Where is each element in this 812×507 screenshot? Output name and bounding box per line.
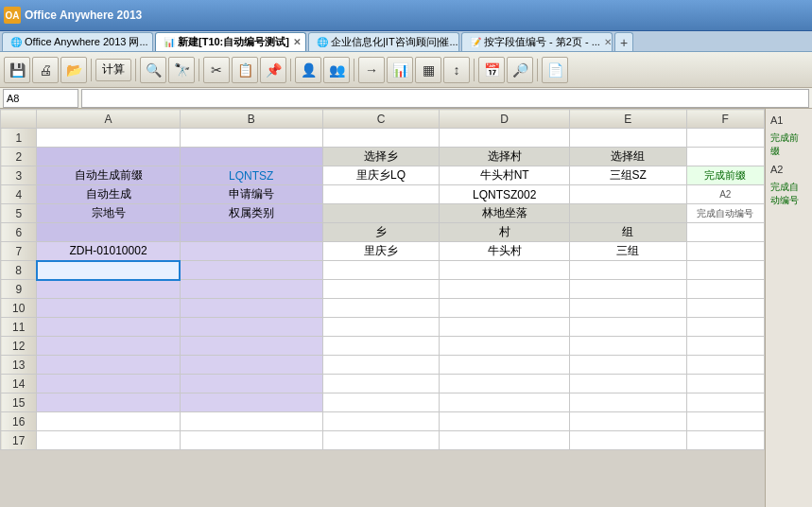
cell-f14[interactable] (686, 375, 764, 393)
cell-e10[interactable] (569, 299, 686, 318)
cell-d12[interactable] (440, 337, 569, 356)
cell-e1[interactable] (569, 129, 686, 148)
cell-f9[interactable] (686, 280, 764, 299)
cell-c3[interactable]: 里庆乡LQ (322, 166, 440, 185)
print-button[interactable]: 🖨 (32, 57, 59, 83)
cell-d1[interactable] (440, 129, 569, 148)
pdf-button[interactable]: 📄 (542, 57, 568, 83)
cell-a12[interactable] (37, 337, 180, 356)
paste-button[interactable]: 📌 (260, 57, 286, 83)
cell-a7[interactable]: ZDH-01010002 (37, 242, 180, 261)
cell-b12[interactable] (180, 337, 322, 356)
sidebar-item-complete-auto[interactable]: 完成自动编号 (768, 179, 810, 209)
cell-f12[interactable] (686, 337, 764, 356)
cell-a16[interactable] (37, 412, 180, 431)
cell-b1[interactable] (180, 129, 322, 148)
cell-f2[interactable] (686, 148, 764, 166)
cell-b9[interactable] (180, 280, 322, 299)
tab-close-3[interactable]: ✕ (604, 37, 612, 47)
cell-e9[interactable] (569, 280, 686, 299)
col-header-a[interactable]: A (37, 110, 180, 129)
cell-c6[interactable]: 乡 (322, 223, 440, 242)
col-header-f[interactable]: F (686, 110, 764, 129)
cell-d16[interactable] (440, 412, 569, 431)
cell-c16[interactable] (322, 412, 440, 431)
cell-d11[interactable] (440, 318, 569, 337)
cell-c7[interactable]: 里庆乡 (322, 242, 440, 261)
cell-d4[interactable]: LQNTSZ002 (440, 185, 569, 204)
cell-f16[interactable] (686, 412, 764, 431)
cell-d10[interactable] (440, 299, 569, 318)
cell-d9[interactable] (440, 280, 569, 299)
cell-d8[interactable] (440, 261, 569, 280)
cell-b11[interactable] (180, 318, 322, 337)
cell-c11[interactable] (322, 318, 440, 337)
cell-d5[interactable]: 林地坐落 (440, 204, 569, 223)
cell-e17[interactable] (569, 431, 686, 450)
sort-button[interactable]: ↕ (443, 57, 470, 83)
cell-e2[interactable]: 选择组 (569, 148, 686, 166)
open-button[interactable]: 📂 (60, 57, 87, 83)
cell-a14[interactable] (37, 375, 180, 393)
cell-e8[interactable] (569, 261, 686, 280)
cell-f10[interactable] (686, 299, 764, 318)
tab-close-0[interactable]: ✕ (152, 37, 153, 47)
cell-f4[interactable]: A2 (686, 185, 764, 204)
binoculars-button[interactable]: 🔭 (168, 57, 195, 83)
cell-e7[interactable]: 三组 (569, 242, 686, 261)
table-button[interactable]: ▦ (415, 57, 441, 83)
cell-c17[interactable] (322, 431, 440, 450)
cell-c14[interactable] (322, 375, 440, 393)
tab-3[interactable]: 📝 按字段值编号 - 第2页 - ... ✕ (461, 32, 613, 51)
cell-f11[interactable] (686, 318, 764, 337)
cell-c1[interactable] (322, 129, 440, 148)
sidebar-item-complete-prefix[interactable]: 完成前缀 (768, 130, 810, 160)
cell-a4[interactable]: 自动生成 (37, 185, 180, 204)
tab-0[interactable]: 🌐 Office Anywhere 2013 网... ✕ (2, 32, 153, 51)
col-header-c[interactable]: C (322, 110, 440, 129)
cell-a3[interactable]: 自动生成前缀 (37, 166, 180, 185)
name-box[interactable]: A8 (3, 89, 78, 108)
cell-f7[interactable] (686, 242, 764, 261)
cell-b5[interactable]: 权属类别 (180, 204, 322, 223)
cell-d13[interactable] (440, 356, 569, 375)
cell-d3[interactable]: 牛头村NT (440, 166, 569, 185)
cell-a8[interactable] (37, 261, 180, 280)
cell-d17[interactable] (440, 431, 569, 450)
cell-f3[interactable]: 完成前缀 (686, 166, 764, 185)
arrow-button[interactable]: → (358, 57, 385, 83)
cell-f13[interactable] (686, 356, 764, 375)
cell-e15[interactable] (569, 393, 686, 412)
cell-f1[interactable] (686, 129, 764, 148)
cell-c5[interactable] (322, 204, 440, 223)
cell-d14[interactable] (440, 375, 569, 393)
cell-f6[interactable] (686, 223, 764, 242)
cell-b16[interactable] (180, 412, 322, 431)
cell-e6[interactable]: 组 (569, 223, 686, 242)
cell-d15[interactable] (440, 393, 569, 412)
cell-a17[interactable] (37, 431, 180, 450)
cell-b10[interactable] (180, 299, 322, 318)
cell-a9[interactable] (37, 280, 180, 299)
cell-d2[interactable]: 选择村 (440, 148, 569, 166)
cell-c8[interactable] (322, 261, 440, 280)
cell-a6[interactable] (37, 223, 180, 242)
cell-b6[interactable] (180, 223, 322, 242)
chart-button[interactable]: 📊 (387, 57, 413, 83)
cell-e3[interactable]: 三组SZ (569, 166, 686, 185)
cell-b7[interactable] (180, 242, 322, 261)
cell-b15[interactable] (180, 393, 322, 412)
user-button[interactable]: 👤 (295, 57, 321, 83)
cell-e14[interactable] (569, 375, 686, 393)
cell-b3[interactable]: LQNTSZ (180, 166, 322, 185)
cell-a13[interactable] (37, 356, 180, 375)
tab-add-button[interactable]: + (614, 32, 633, 51)
cell-f17[interactable] (686, 431, 764, 450)
cell-c4[interactable] (322, 185, 440, 204)
cell-a5[interactable]: 宗地号 (37, 204, 180, 223)
cell-c9[interactable] (322, 280, 440, 299)
cell-b8[interactable] (180, 261, 322, 280)
cell-d6[interactable]: 村 (440, 223, 569, 242)
scissors-button[interactable]: ✂ (203, 57, 230, 83)
calc-button[interactable]: 计算 (95, 59, 131, 81)
